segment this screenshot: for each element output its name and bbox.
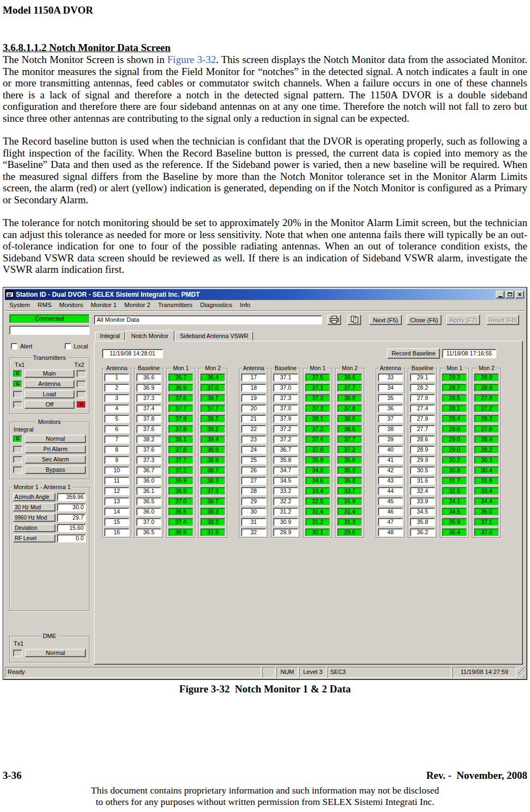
antenna-number-cell: 2 — [104, 384, 129, 392]
monitor-value-cell: 37.4 — [305, 435, 330, 444]
alert-checkbox[interactable] — [11, 343, 17, 349]
main-label: Main — [24, 370, 74, 378]
baseline-value-cell: 34.5 — [410, 508, 435, 516]
reset-button[interactable]: Reset (F8) — [487, 315, 519, 325]
antenna-number-cell: 39 — [378, 435, 403, 444]
disclaimer: This document contains proprietary infor… — [0, 785, 530, 808]
minimize-icon[interactable] — [496, 291, 504, 298]
local-checkbox[interactable] — [65, 343, 71, 349]
monitor-value-cell: 29.3 — [442, 373, 467, 382]
next-button[interactable]: Next (F5) — [369, 315, 402, 325]
close-icon[interactable] — [515, 291, 524, 298]
antenna-number-cell: 33 — [378, 373, 403, 382]
status-num: NUM — [276, 667, 298, 678]
menu-item-monitor-2[interactable]: Monitor 2 — [121, 300, 154, 310]
antenna-number-cell: 38 — [378, 425, 403, 433]
column-mon-2-group-3: Mon 228.928.927.827.228.327.828.428.230.… — [472, 368, 501, 538]
monitor-value-cell: 28.2 — [474, 446, 499, 454]
baseline-value-cell: 29.9 — [273, 528, 298, 536]
bypass-status-indicator — [13, 466, 22, 473]
baseline-value-cell: 36.1 — [136, 487, 161, 495]
column-mon-1-group-2: Mon 137.537.137.337.338.137.237.437.035.… — [303, 368, 332, 538]
baseline-value-cell: 29.1 — [410, 373, 435, 382]
page-footer: 3-36 Rev. - November, 2008 — [3, 770, 527, 782]
monitor-value-cell: 38.6 — [337, 415, 362, 423]
antenna-number-cell: 47 — [378, 518, 403, 526]
client-area: Connected Alert Local Transmitters Tx1 T… — [5, 311, 525, 666]
monitor-value-cell: 28.9 — [474, 384, 499, 392]
toolbar: All Monitor Data Next (F5) Close (F6) Ap… — [94, 314, 523, 326]
azimuth-angle-label: Azimuth Angle — [13, 493, 55, 501]
antenna-number-cell: 30 — [241, 508, 266, 516]
sec-alarm-label: Sec Alarm — [25, 455, 86, 464]
baseline-value-cell: 37.3 — [136, 456, 161, 464]
titlebar: Station ID - Dual DVOR - SELEX Sistemi I… — [5, 289, 525, 300]
baseline-value-cell: 37.4 — [136, 404, 161, 413]
monitor-value-cell: 34.4 — [474, 497, 499, 505]
column-header-mon-1: Mon 1 — [172, 365, 190, 372]
tx1-main-status-indicator: G — [13, 370, 22, 377]
record-baseline-button[interactable]: Record Baseline — [387, 348, 440, 359]
monitor-value-cell: 37.9 — [168, 415, 193, 423]
resize-grip[interactable] — [518, 667, 525, 678]
maximize-icon[interactable] — [506, 291, 514, 298]
transmitters-group-title: Transmitters — [31, 354, 68, 361]
monitor-value-cell: 37.0 — [474, 528, 499, 536]
monitor-value-cell: 37.2 — [168, 466, 193, 474]
baseline-value-cell: 36.0 — [136, 508, 161, 516]
monitor-value-cell: 36.4 — [200, 373, 225, 382]
menu-item-monitor-1[interactable]: Monitor 1 — [87, 300, 121, 310]
antenna-number-cell: 22 — [241, 425, 266, 433]
menu-item-system[interactable]: System — [5, 300, 34, 310]
monitor-value-cell: 38.7 — [200, 466, 225, 474]
antenna-number-cell: 14 — [104, 508, 129, 516]
dme-tx1-label: Tx1 — [14, 640, 86, 647]
menu-item-monitors[interactable]: Monitors — [55, 300, 87, 310]
monitor-value-cell: 39.7 — [200, 394, 225, 402]
monitor-value-cell: 28.1 — [442, 404, 467, 413]
baseline-value-cell: 32.2 — [273, 497, 298, 505]
column-mon-2-group-1: Mon 236.437.039.737.738.239.239.438.938.… — [198, 368, 228, 538]
tab-notch-monitor[interactable]: Notch Monitor — [125, 330, 174, 341]
copy-button[interactable] — [348, 315, 361, 325]
monitor-value-cell: 31.7 — [442, 477, 467, 485]
tab-integral[interactable]: Integral — [95, 332, 125, 341]
monitor-value-cell: 37.4 — [168, 518, 193, 526]
dme-normal-row: Normal — [13, 649, 86, 657]
figure-caption: Figure 3-32 Notch Monitor 1 & 2 Data — [3, 683, 527, 695]
monitor1-antenna1-title: Monitor 1 - Antenna 1 — [12, 483, 72, 491]
antenna-number-cell: 46 — [378, 508, 403, 516]
monitor-value-cell: 38.7 — [200, 497, 225, 505]
monitor-value-cell: 35.6 — [337, 456, 362, 464]
monitor-data-selector[interactable]: All Monitor Data — [94, 315, 322, 324]
mod9960hz-row: 9960 Hz Mod 29.7 — [13, 514, 86, 522]
app-icon — [6, 290, 14, 298]
antenna-number-cell: 27 — [241, 477, 266, 485]
monitor-value-cell: 30.4 — [474, 466, 499, 474]
monitor-value-cell: 37.7 — [200, 404, 225, 413]
monitor-value-cell: 30.2 — [442, 456, 467, 464]
status-bar: Ready NUM Level 3 SEC3 11/19/08 14:27:59 — [5, 667, 525, 678]
baseline-value-cell: 30.9 — [273, 518, 298, 526]
monitor-value-cell: 35.8 — [337, 477, 362, 485]
menu-item-diagnostics[interactable]: Diagnostics — [196, 300, 236, 310]
monitor-value-cell: 37.7 — [337, 435, 362, 444]
apply-button[interactable]: Apply (F7) — [446, 315, 480, 325]
print-button[interactable] — [327, 315, 341, 325]
tx1-label: Tx1 — [15, 361, 24, 368]
column-antenna-group-1: Antenna12345678910111213141516 — [102, 368, 131, 538]
column-header-mon-2: Mon 2 — [477, 365, 495, 372]
figure-3-32-link[interactable]: Figure 3-32 — [167, 54, 216, 65]
menu-item-transmitters[interactable]: Transmitters — [154, 300, 196, 310]
menu-item-rms[interactable]: RMS — [34, 300, 55, 310]
antenna-number-cell: 45 — [378, 497, 403, 505]
monitor1-antenna1-group: Monitor 1 - Antenna 1 Azimuth Angle 359.… — [9, 487, 90, 611]
alert-label: Alert — [20, 343, 33, 349]
monitor-value-cell: 27.8 — [474, 394, 499, 402]
monitor-value-cell: 38.8 — [337, 394, 362, 402]
mod30hz-label: 30 Hz Mod — [13, 503, 55, 511]
menu-item-info[interactable]: Info — [236, 300, 254, 310]
tab-sideband-antenna-vswr[interactable]: Sideband Antenna VSWR — [175, 332, 253, 341]
pmdt-window: Station ID - Dual DVOR - SELEX Sistemi I… — [3, 287, 527, 680]
close-button[interactable]: Close (F6) — [407, 315, 441, 325]
